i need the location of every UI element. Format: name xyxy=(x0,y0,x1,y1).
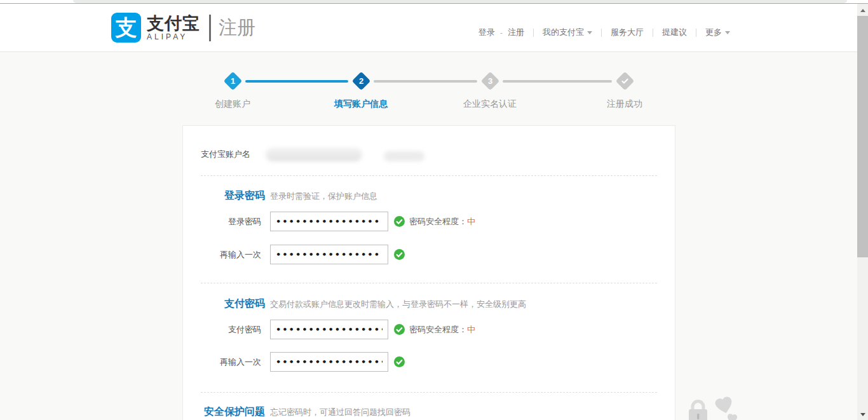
nav-more-menu[interactable]: 更多 xyxy=(705,27,730,38)
login-password-confirm-row: 再输入一次 xyxy=(183,245,405,264)
chevron-down-icon xyxy=(725,31,730,34)
nav-my-alipay-label: 我的支付宝 xyxy=(543,27,584,37)
alipay-account-value-redacted xyxy=(384,151,424,161)
password-strength-label: 密码安全程度： xyxy=(409,325,467,334)
step-1-badge: 1 xyxy=(223,72,242,91)
scrollbar-down-button[interactable] xyxy=(857,409,868,420)
logo[interactable]: 支 支付宝 ALIPAY 注册 xyxy=(111,13,255,43)
nav-more-label: 更多 xyxy=(705,27,722,37)
registration-progress-steps: 1 创建账户 2 填写账户信息 3 企业实名认证 注册成功 xyxy=(182,70,675,114)
valid-check-icon xyxy=(394,356,405,367)
step-registration-success: 注册成功 xyxy=(580,70,669,110)
login-password-section-desc: 登录时需验证，保护账户信息 xyxy=(270,191,377,202)
pay-password-section-desc: 交易付款或账户信息更改时需输入，与登录密码不一样，安全级别更高 xyxy=(270,299,526,310)
password-strength-value: 中 xyxy=(467,217,475,226)
step-3-badge: 3 xyxy=(480,72,499,91)
step-1-label: 创建账户 xyxy=(188,98,277,110)
pay-password-field-row: 支付密码 密码安全程度：中 xyxy=(183,320,475,339)
browser-bar-remnant xyxy=(73,0,847,3)
scrollbar-thumb[interactable] xyxy=(857,16,868,257)
alipay-account-value-redacted xyxy=(266,147,362,161)
step-enterprise-verification: 3 企业实名认证 xyxy=(445,70,534,110)
password-strength-value: 中 xyxy=(467,325,475,334)
check-icon xyxy=(621,77,629,85)
brand-name-cn: 支付宝 xyxy=(147,15,200,32)
step-4-badge xyxy=(615,72,634,91)
nav-login-link[interactable]: 登录 xyxy=(478,27,495,38)
pay-password-section-title: 支付密码 xyxy=(183,297,265,311)
nav-service-hall-link[interactable]: 服务大厅 xyxy=(611,27,644,38)
nav-separator xyxy=(696,29,696,37)
step-3-number: 3 xyxy=(487,76,492,86)
alipay-account-row: 支付宝账户名 xyxy=(201,147,362,161)
top-nav: 登录 - 注册 我的支付宝 服务大厅 提建议 更多 xyxy=(478,27,730,38)
nav-separator xyxy=(653,29,653,37)
pay-password-input[interactable] xyxy=(270,320,388,339)
scrollbar-up-button[interactable] xyxy=(857,5,868,16)
chevron-down-icon xyxy=(587,31,592,34)
browser-edge-strip xyxy=(0,0,868,4)
brand-text: 支付宝 ALIPAY xyxy=(147,15,200,41)
step-1-number: 1 xyxy=(230,76,234,86)
login-password-section-header: 登录密码 登录时需验证，保护账户信息 xyxy=(183,189,377,203)
login-password-field-row: 登录密码 密码安全程度：中 xyxy=(183,212,475,231)
page-title: 注册 xyxy=(219,15,255,41)
logo-divider xyxy=(209,15,211,41)
step-2-badge: 2 xyxy=(351,72,370,91)
account-info-form-card: 支付宝账户名 登录密码 登录时需验证，保护账户信息 登录密码 密码安全程度：中 … xyxy=(182,125,675,420)
nav-separator xyxy=(601,29,602,37)
pay-password-confirm-input[interactable] xyxy=(270,352,388,372)
security-question-section-title: 安全保护问题 xyxy=(183,405,265,419)
password-strength-label: 密码安全程度： xyxy=(409,217,467,226)
heart-icon xyxy=(714,396,734,415)
step-2-label: 填写账户信息 xyxy=(316,98,405,110)
valid-check-icon xyxy=(394,216,405,227)
arrow-down-icon xyxy=(860,413,865,416)
pay-password-section-header: 支付密码 交易付款或账户信息更改时需输入，与登录密码不一样，安全级别更高 xyxy=(183,297,526,311)
header: 支 支付宝 ALIPAY 注册 登录 - 注册 我的支付宝 服务大厅 提建议 更… xyxy=(0,4,857,52)
nav-dash: - xyxy=(500,28,503,37)
brand-name-latin: ALIPAY xyxy=(147,32,200,41)
vertical-scrollbar[interactable] xyxy=(857,4,868,420)
valid-check-icon xyxy=(394,324,405,335)
section-divider xyxy=(201,283,657,283)
password-strength: 密码安全程度：中 xyxy=(409,216,475,227)
pay-password-label: 支付密码 xyxy=(183,324,261,335)
step-fill-account-info: 2 填写账户信息 xyxy=(316,70,405,110)
step-create-account: 1 创建账户 xyxy=(188,70,277,110)
nav-feedback-link[interactable]: 提建议 xyxy=(662,27,687,38)
alipay-account-label: 支付宝账户名 xyxy=(201,149,250,160)
step-4-label: 注册成功 xyxy=(580,98,669,110)
security-question-section-header: 安全保护问题 忘记密码时，可通过回答问题找回密码 xyxy=(183,405,410,419)
nav-separator xyxy=(533,29,534,37)
step-2-number: 2 xyxy=(358,76,363,86)
password-strength: 密码安全程度：中 xyxy=(409,324,475,335)
nav-register-link[interactable]: 注册 xyxy=(508,27,524,38)
heart-icon xyxy=(727,414,738,420)
valid-check-icon xyxy=(394,249,405,260)
login-password-confirm-input[interactable] xyxy=(270,245,388,264)
nav-my-alipay-menu[interactable]: 我的支付宝 xyxy=(543,27,592,38)
step-3-label: 企业实名认证 xyxy=(445,98,534,110)
login-password-confirm-label: 再输入一次 xyxy=(183,249,261,261)
pay-password-confirm-label: 再输入一次 xyxy=(183,356,261,368)
login-password-input[interactable] xyxy=(270,212,388,231)
section-divider xyxy=(201,175,657,176)
login-password-label: 登录密码 xyxy=(183,216,261,227)
security-decor-graphic xyxy=(688,396,745,420)
section-divider xyxy=(201,392,657,393)
alipay-logo-icon: 支 xyxy=(111,13,141,43)
pay-password-confirm-row: 再输入一次 xyxy=(183,352,405,372)
security-question-section-desc: 忘记密码时，可通过回答问题找回密码 xyxy=(270,407,410,418)
login-password-section-title: 登录密码 xyxy=(183,189,265,203)
arrow-up-icon xyxy=(860,9,865,12)
lock-icon xyxy=(689,402,707,420)
